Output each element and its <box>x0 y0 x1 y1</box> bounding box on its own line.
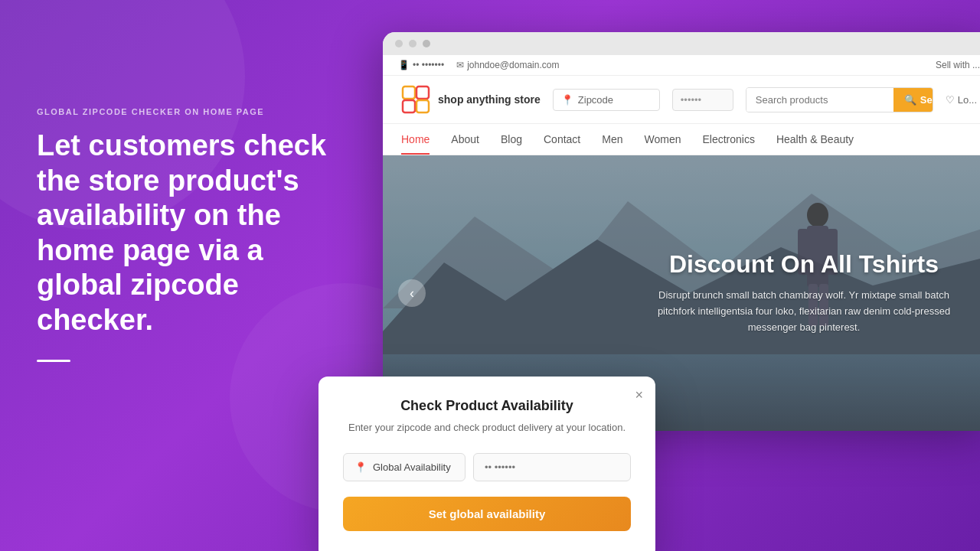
zipcode-label: Zipcode <box>578 94 613 106</box>
browser-dot-1 <box>395 40 403 47</box>
nav-item-about[interactable]: About <box>451 124 479 155</box>
logo-icon <box>401 85 430 114</box>
search-button-label: Search <box>920 94 933 106</box>
wishlist-icon[interactable]: ♡ <box>946 94 955 106</box>
nav-item-home[interactable]: Home <box>401 124 430 155</box>
browser-mockup: 📱 •• ••••••• ✉ johndoe@domain.com Sell w… <box>383 32 980 431</box>
phone-icon: 📱 <box>398 60 410 70</box>
nav-item-electronics[interactable]: Electronics <box>702 124 754 155</box>
hero-content: Discount On All Tshirts Disrupt brunch s… <box>643 250 965 335</box>
browser-dot-3 <box>423 40 430 47</box>
search-input[interactable] <box>746 88 893 112</box>
location-pin-icon: 📍 <box>354 461 367 473</box>
email-address: johndoe@domain.com <box>467 60 559 70</box>
search-icon: 🔍 <box>904 94 916 106</box>
left-panel: GLOBAL ZIPCODE CHECKER ON HOME PAGE Let … <box>37 107 328 362</box>
site-header: shop anything store 📍 Zipcode 🔍 Search ♡… <box>383 76 980 124</box>
logo-text: shop anything store <box>438 93 541 106</box>
logo-area: shop anything store <box>401 85 541 114</box>
modal-title: Check Product Availability <box>343 398 631 414</box>
modal-form: 📍 Global Availability <box>343 453 631 481</box>
set-availability-button[interactable]: Set global availability <box>343 497 631 531</box>
nav-women-label: Women <box>644 133 681 145</box>
topbar-sell: Sell with ... <box>936 60 980 70</box>
nav-item-blog[interactable]: Blog <box>501 124 522 155</box>
modal-close-button[interactable]: × <box>635 387 643 403</box>
browser-dot-2 <box>409 40 416 47</box>
hero-title: Discount On All Tshirts <box>643 250 965 279</box>
topbar-email: ✉ johndoe@domain.com <box>456 60 559 70</box>
browser-chrome <box>383 32 980 55</box>
nav-item-women[interactable]: Women <box>644 124 681 155</box>
svg-point-9 <box>807 203 828 227</box>
nav-men-label: Men <box>602 133 622 145</box>
site-nav: Home About Blog Contact Men Women Electr… <box>383 124 980 155</box>
nav-about-label: About <box>451 133 479 145</box>
hero-prev-button[interactable]: ‹ <box>398 279 426 307</box>
feature-label: GLOBAL ZIPCODE CHECKER ON HOME PAGE <box>37 107 328 116</box>
nav-blog-label: Blog <box>501 133 522 145</box>
zipcode-input[interactable] <box>672 89 733 111</box>
nav-contact-label: Contact <box>544 133 580 145</box>
modal-subtitle: Enter your zipcode and check product del… <box>343 420 631 435</box>
nav-electronics-label: Electronics <box>702 133 754 145</box>
modal-zipcode-input[interactable] <box>473 453 631 481</box>
svg-rect-2 <box>403 100 415 112</box>
chevron-left-icon: ‹ <box>410 285 414 302</box>
nav-item-contact[interactable]: Contact <box>544 124 580 155</box>
search-area: 🔍 Search <box>746 87 933 112</box>
header-icons: ♡ Lo... <box>946 94 977 106</box>
location-icon: 📍 <box>561 94 573 106</box>
availability-label: Global Availability <box>373 461 451 473</box>
nav-item-health[interactable]: Health & Beauty <box>776 124 854 155</box>
search-button[interactable]: 🔍 Search <box>893 88 933 112</box>
hero-description: Disrupt brunch small batch chambray wolf… <box>643 288 965 335</box>
svg-rect-1 <box>416 86 429 99</box>
zipcode-area[interactable]: 📍 Zipcode <box>553 89 660 111</box>
svg-rect-0 <box>403 86 415 99</box>
feature-headline: Let customers check the store product's … <box>37 129 328 338</box>
nav-health-label: Health & Beauty <box>776 133 854 145</box>
wishlist-label: Lo... <box>958 94 977 106</box>
svg-rect-3 <box>416 100 429 112</box>
topbar: 📱 •• ••••••• ✉ johndoe@domain.com Sell w… <box>383 55 980 76</box>
nav-item-men[interactable]: Men <box>602 124 622 155</box>
email-icon: ✉ <box>456 60 464 70</box>
nav-home-label: Home <box>401 133 430 145</box>
topbar-phone: 📱 •• ••••••• <box>398 60 444 70</box>
divider <box>37 360 70 362</box>
availability-selector[interactable]: 📍 Global Availability <box>343 453 466 481</box>
modal-dialog: × Check Product Availability Enter your … <box>318 377 655 552</box>
phone-number: •• ••••••• <box>413 60 444 70</box>
